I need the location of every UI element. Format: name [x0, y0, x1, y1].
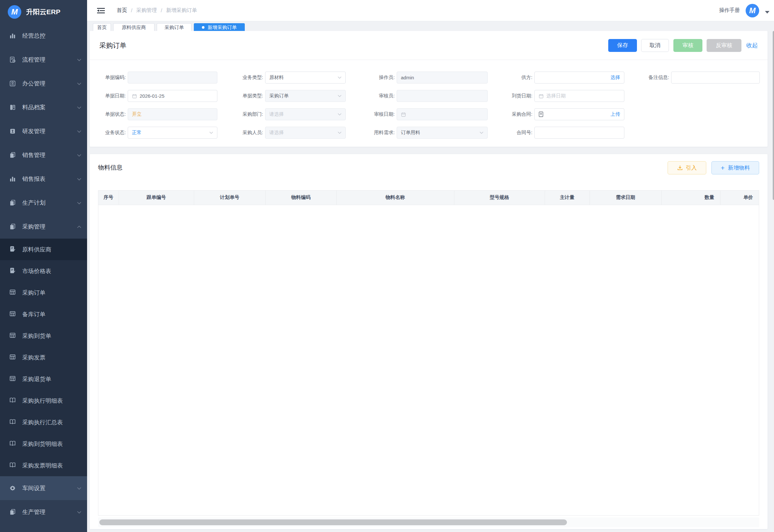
- field-label: 单据日期:: [99, 93, 128, 99]
- breadcrumb-purchase[interactable]: 采购管理: [136, 7, 157, 14]
- field-label: 单据编码:: [99, 74, 128, 81]
- sidebar-subitem-market-price[interactable]: 市场价格表: [0, 260, 87, 282]
- collapse-sidebar-icon[interactable]: [97, 7, 105, 14]
- flow-doc-icon: [9, 56, 16, 63]
- contract-upload-field[interactable]: 上传: [534, 108, 624, 120]
- user-avatar[interactable]: M: [746, 4, 759, 17]
- book-open-icon: [9, 440, 16, 448]
- breadcrumb-home[interactable]: 首页: [117, 7, 127, 14]
- sidebar-subitem-purchase-order[interactable]: 采购订单: [0, 282, 87, 303]
- sidebar-subitem-label: 原料供应商: [22, 246, 51, 253]
- book-open-icon: [9, 397, 16, 405]
- doc-edit-icon: [9, 267, 16, 275]
- pages-icon: [9, 508, 16, 516]
- horizontal-scrollbar-thumb[interactable]: [99, 519, 567, 525]
- tab-raw-supplier[interactable]: 原料供应商: [113, 23, 154, 31]
- horizontal-scrollbar[interactable]: [98, 517, 759, 527]
- sidebar-subitem-stock-order[interactable]: 备库订单: [0, 303, 87, 325]
- sidebar-item-materials-archive[interactable]: 料品档案: [0, 95, 87, 119]
- column-header-plan-no: 计划单号: [194, 191, 265, 205]
- chevron-down-icon: [77, 485, 81, 491]
- sidebar-item-workshop-settings[interactable]: 车间设置: [0, 476, 87, 500]
- doc-date-picker[interactable]: 2026-01-25: [128, 90, 217, 102]
- pages-icon: [9, 199, 16, 206]
- sidebar-subitem-purchase-return[interactable]: 采购退货单: [0, 368, 87, 390]
- biz-type-select[interactable]: 原材料: [265, 72, 346, 84]
- tab-home[interactable]: 首页: [93, 23, 111, 31]
- app-root: M 升阳云ERP 经营总控 流程管理 办公管理: [0, 0, 774, 532]
- sidebar-item-label: 生产计划: [22, 199, 77, 207]
- field-value: 订单用料: [401, 130, 420, 136]
- sidebar-subitem-arrival-order[interactable]: 采购到货单: [0, 325, 87, 347]
- field-label: 业务类型:: [237, 74, 265, 81]
- sidebar-item-purchase[interactable]: 采购管理: [0, 215, 87, 239]
- order-form-header: 采购订单 保存 取消 审核 反审核 收起: [90, 31, 768, 60]
- column-header-material-name: 物料名称: [336, 191, 454, 205]
- chevron-down-icon: [77, 176, 81, 182]
- supplier-select-link[interactable]: 选择: [610, 74, 620, 81]
- order-form-card: 采购订单 保存 取消 审核 反审核 收起 单据编码:: [90, 31, 768, 147]
- sidebar-item-sales[interactable]: 销售管理: [0, 143, 87, 167]
- sidebar-subitem-arrival-detail[interactable]: 采购到货明细表: [0, 433, 87, 455]
- calendar-icon: [132, 94, 137, 99]
- remark-input[interactable]: [671, 72, 760, 84]
- collapse-form-link[interactable]: 收起: [746, 42, 758, 49]
- breadcrumb: 首页 / 采购管理 / 新增采购订单: [117, 7, 719, 14]
- sidebar-subitem-exec-detail[interactable]: 采购执行明细表: [0, 390, 87, 411]
- sidebar-subitem-label: 采购发票: [22, 354, 45, 361]
- sidebar-item-dashboard[interactable]: 经营总控: [0, 24, 87, 48]
- chevron-down-icon: [77, 200, 81, 206]
- chevron-down-icon: [77, 81, 81, 86]
- contract-no-input[interactable]: [534, 127, 624, 139]
- contract-upload-link[interactable]: 上传: [610, 111, 620, 117]
- supplier-input[interactable]: 选择: [534, 72, 624, 84]
- manual-link[interactable]: 操作手册: [719, 7, 740, 14]
- field-placeholder: 请选择: [269, 111, 284, 117]
- sidebar-item-office[interactable]: 办公管理: [0, 72, 87, 95]
- field-label: 单据状态:: [99, 111, 128, 117]
- sidebar-subitem-raw-supplier[interactable]: 原料供应商: [0, 239, 87, 260]
- sidebar-item-production[interactable]: 生产管理: [0, 500, 87, 524]
- field-label: 采购部门:: [237, 111, 265, 117]
- biz-status-select[interactable]: 正常: [128, 127, 217, 139]
- sidebar-subitem-exec-summary[interactable]: 采购执行汇总表: [0, 411, 87, 433]
- sidebar-item-rd[interactable]: 研发管理: [0, 119, 87, 143]
- pages-icon: [9, 152, 16, 159]
- vertical-scrollbar[interactable]: [773, 31, 774, 530]
- sidebar-item-production-plan[interactable]: 生产计划: [0, 191, 87, 215]
- topbar: 首页 / 采购管理 / 新增采购订单 操作手册 M: [87, 0, 774, 21]
- field-label: 备注信息:: [643, 74, 671, 81]
- chevron-down-icon: [77, 104, 81, 110]
- main-area: 首页 / 采购管理 / 新增采购订单 操作手册 M 首页 原料供应商 采购订单: [87, 0, 774, 532]
- document-icon: [539, 112, 543, 117]
- field-label: 操作员:: [368, 74, 397, 81]
- sidebar-item-label: 销售管理: [22, 151, 77, 159]
- vertical-scrollbar-thumb[interactable]: [773, 31, 774, 200]
- cancel-button[interactable]: 取消: [641, 39, 669, 52]
- sidebar-subitem-label: 采购执行汇总表: [22, 419, 63, 426]
- field-label: 审核日期:: [368, 111, 397, 117]
- book-open-icon: [9, 418, 16, 427]
- field-placeholder: 请选择: [269, 130, 284, 136]
- sidebar-item-processing-workshop[interactable]: 加工车间: [0, 524, 87, 532]
- app-title: 升阳云ERP: [26, 7, 60, 16]
- chevron-down-icon: [77, 152, 81, 158]
- active-tab-dot-icon: [202, 26, 204, 29]
- user-menu-caret-icon[interactable]: [765, 11, 769, 14]
- sidebar-item-sales-report[interactable]: 销售报表: [0, 167, 87, 191]
- tab-purchase-order[interactable]: 采购订单: [157, 23, 192, 31]
- import-button[interactable]: 引入: [668, 161, 706, 174]
- materials-table-header-row: 序号 跟单编号 计划单号 物料编码 物料名称 型号规格 主计量 需求日期 数量 …: [98, 191, 759, 205]
- arrival-date-picker[interactable]: 选择日期: [534, 90, 624, 102]
- sidebar-item-process[interactable]: 流程管理: [0, 48, 87, 72]
- field-label: 合同号:: [506, 130, 534, 136]
- sidebar-subitem-invoice-detail[interactable]: 采购发票明细表: [0, 455, 87, 476]
- chart-bars-icon: [9, 32, 16, 39]
- column-header-quantity: 数量: [661, 191, 720, 205]
- operator-input: admin: [397, 72, 488, 84]
- save-button[interactable]: 保存: [608, 39, 637, 52]
- add-material-button[interactable]: + 新增物料: [711, 161, 759, 174]
- tab-new-purchase-order[interactable]: 新增采购订单: [194, 23, 245, 31]
- sidebar-subitem-purchase-invoice[interactable]: 采购发票: [0, 347, 87, 368]
- field-value: 正常: [132, 130, 142, 136]
